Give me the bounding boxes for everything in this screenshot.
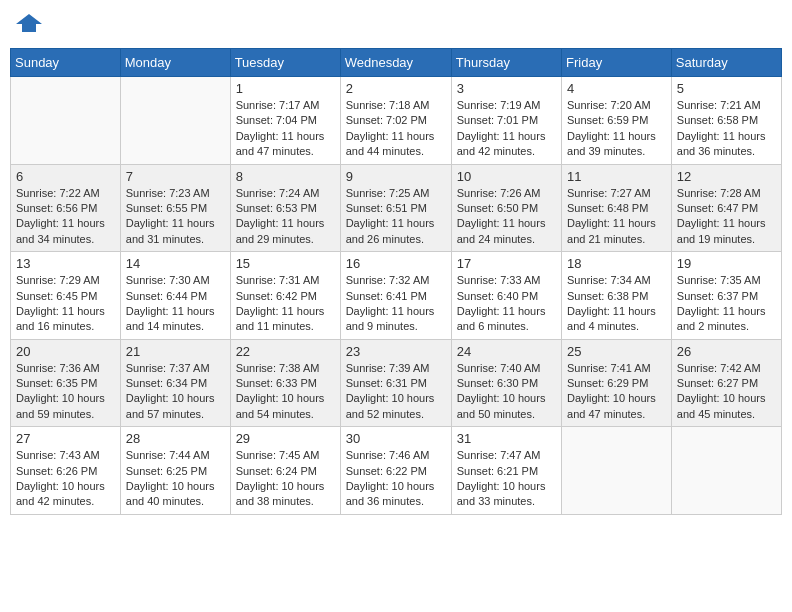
- calendar-cell: 27Sunrise: 7:43 AMSunset: 6:26 PMDayligh…: [11, 427, 121, 515]
- calendar-cell: 22Sunrise: 7:38 AMSunset: 6:33 PMDayligh…: [230, 339, 340, 427]
- sunrise-text: Sunrise: 7:28 AM: [677, 187, 761, 199]
- day-number: 21: [126, 344, 225, 359]
- calendar-cell: 16Sunrise: 7:32 AMSunset: 6:41 PMDayligh…: [340, 252, 451, 340]
- daylight-text: Daylight: 11 hours and 44 minutes.: [346, 130, 435, 157]
- calendar-table: SundayMondayTuesdayWednesdayThursdayFrid…: [10, 48, 782, 515]
- sunset-text: Sunset: 6:29 PM: [567, 377, 648, 389]
- day-number: 23: [346, 344, 446, 359]
- sunrise-text: Sunrise: 7:31 AM: [236, 274, 320, 286]
- weekday-header: Monday: [120, 49, 230, 77]
- sunset-text: Sunset: 6:45 PM: [16, 290, 97, 302]
- cell-info: Sunrise: 7:32 AMSunset: 6:41 PMDaylight:…: [346, 273, 446, 335]
- calendar-cell: 15Sunrise: 7:31 AMSunset: 6:42 PMDayligh…: [230, 252, 340, 340]
- calendar-week-row: 1Sunrise: 7:17 AMSunset: 7:04 PMDaylight…: [11, 77, 782, 165]
- day-number: 8: [236, 169, 335, 184]
- cell-info: Sunrise: 7:41 AMSunset: 6:29 PMDaylight:…: [567, 361, 666, 423]
- sunrise-text: Sunrise: 7:32 AM: [346, 274, 430, 286]
- sunrise-text: Sunrise: 7:27 AM: [567, 187, 651, 199]
- cell-info: Sunrise: 7:20 AMSunset: 6:59 PMDaylight:…: [567, 98, 666, 160]
- sunrise-text: Sunrise: 7:26 AM: [457, 187, 541, 199]
- sunset-text: Sunset: 6:30 PM: [457, 377, 538, 389]
- day-number: 6: [16, 169, 115, 184]
- sunrise-text: Sunrise: 7:40 AM: [457, 362, 541, 374]
- cell-info: Sunrise: 7:47 AMSunset: 6:21 PMDaylight:…: [457, 448, 556, 510]
- daylight-text: Daylight: 10 hours and 57 minutes.: [126, 392, 215, 419]
- calendar-week-row: 20Sunrise: 7:36 AMSunset: 6:35 PMDayligh…: [11, 339, 782, 427]
- logo-icon: [14, 10, 44, 40]
- daylight-text: Daylight: 10 hours and 33 minutes.: [457, 480, 546, 507]
- sunrise-text: Sunrise: 7:18 AM: [346, 99, 430, 111]
- sunrise-text: Sunrise: 7:36 AM: [16, 362, 100, 374]
- calendar-cell: 26Sunrise: 7:42 AMSunset: 6:27 PMDayligh…: [671, 339, 781, 427]
- sunset-text: Sunset: 6:34 PM: [126, 377, 207, 389]
- day-number: 5: [677, 81, 776, 96]
- calendar-cell: 17Sunrise: 7:33 AMSunset: 6:40 PMDayligh…: [451, 252, 561, 340]
- daylight-text: Daylight: 11 hours and 36 minutes.: [677, 130, 766, 157]
- calendar-cell: 7Sunrise: 7:23 AMSunset: 6:55 PMDaylight…: [120, 164, 230, 252]
- sunset-text: Sunset: 6:40 PM: [457, 290, 538, 302]
- sunrise-text: Sunrise: 7:25 AM: [346, 187, 430, 199]
- weekday-header: Wednesday: [340, 49, 451, 77]
- calendar-cell: 10Sunrise: 7:26 AMSunset: 6:50 PMDayligh…: [451, 164, 561, 252]
- sunset-text: Sunset: 6:37 PM: [677, 290, 758, 302]
- daylight-text: Daylight: 11 hours and 24 minutes.: [457, 217, 546, 244]
- sunrise-text: Sunrise: 7:21 AM: [677, 99, 761, 111]
- calendar-cell: 2Sunrise: 7:18 AMSunset: 7:02 PMDaylight…: [340, 77, 451, 165]
- cell-info: Sunrise: 7:21 AMSunset: 6:58 PMDaylight:…: [677, 98, 776, 160]
- day-number: 22: [236, 344, 335, 359]
- cell-info: Sunrise: 7:35 AMSunset: 6:37 PMDaylight:…: [677, 273, 776, 335]
- daylight-text: Daylight: 11 hours and 34 minutes.: [16, 217, 105, 244]
- sunrise-text: Sunrise: 7:37 AM: [126, 362, 210, 374]
- calendar-cell: 4Sunrise: 7:20 AMSunset: 6:59 PMDaylight…: [562, 77, 672, 165]
- sunset-text: Sunset: 6:47 PM: [677, 202, 758, 214]
- calendar-cell: 19Sunrise: 7:35 AMSunset: 6:37 PMDayligh…: [671, 252, 781, 340]
- calendar-cell: [671, 427, 781, 515]
- cell-info: Sunrise: 7:33 AMSunset: 6:40 PMDaylight:…: [457, 273, 556, 335]
- cell-info: Sunrise: 7:23 AMSunset: 6:55 PMDaylight:…: [126, 186, 225, 248]
- sunset-text: Sunset: 6:55 PM: [126, 202, 207, 214]
- weekday-header: Saturday: [671, 49, 781, 77]
- calendar-cell: 23Sunrise: 7:39 AMSunset: 6:31 PMDayligh…: [340, 339, 451, 427]
- sunset-text: Sunset: 6:59 PM: [567, 114, 648, 126]
- day-number: 16: [346, 256, 446, 271]
- cell-info: Sunrise: 7:36 AMSunset: 6:35 PMDaylight:…: [16, 361, 115, 423]
- cell-info: Sunrise: 7:31 AMSunset: 6:42 PMDaylight:…: [236, 273, 335, 335]
- cell-info: Sunrise: 7:17 AMSunset: 7:04 PMDaylight:…: [236, 98, 335, 160]
- day-number: 2: [346, 81, 446, 96]
- sunset-text: Sunset: 6:27 PM: [677, 377, 758, 389]
- calendar-cell: 9Sunrise: 7:25 AMSunset: 6:51 PMDaylight…: [340, 164, 451, 252]
- sunset-text: Sunset: 6:31 PM: [346, 377, 427, 389]
- sunrise-text: Sunrise: 7:41 AM: [567, 362, 651, 374]
- daylight-text: Daylight: 11 hours and 42 minutes.: [457, 130, 546, 157]
- daylight-text: Daylight: 11 hours and 2 minutes.: [677, 305, 766, 332]
- daylight-text: Daylight: 11 hours and 31 minutes.: [126, 217, 215, 244]
- day-number: 10: [457, 169, 556, 184]
- day-number: 26: [677, 344, 776, 359]
- daylight-text: Daylight: 11 hours and 14 minutes.: [126, 305, 215, 332]
- weekday-header: Sunday: [11, 49, 121, 77]
- sunrise-text: Sunrise: 7:42 AM: [677, 362, 761, 374]
- daylight-text: Daylight: 10 hours and 54 minutes.: [236, 392, 325, 419]
- sunrise-text: Sunrise: 7:44 AM: [126, 449, 210, 461]
- sunrise-text: Sunrise: 7:33 AM: [457, 274, 541, 286]
- day-number: 28: [126, 431, 225, 446]
- cell-info: Sunrise: 7:45 AMSunset: 6:24 PMDaylight:…: [236, 448, 335, 510]
- calendar-cell: 29Sunrise: 7:45 AMSunset: 6:24 PMDayligh…: [230, 427, 340, 515]
- daylight-text: Daylight: 10 hours and 59 minutes.: [16, 392, 105, 419]
- calendar-week-row: 27Sunrise: 7:43 AMSunset: 6:26 PMDayligh…: [11, 427, 782, 515]
- sunset-text: Sunset: 6:41 PM: [346, 290, 427, 302]
- cell-info: Sunrise: 7:19 AMSunset: 7:01 PMDaylight:…: [457, 98, 556, 160]
- calendar-cell: 24Sunrise: 7:40 AMSunset: 6:30 PMDayligh…: [451, 339, 561, 427]
- cell-info: Sunrise: 7:37 AMSunset: 6:34 PMDaylight:…: [126, 361, 225, 423]
- sunrise-text: Sunrise: 7:17 AM: [236, 99, 320, 111]
- page-header: [10, 10, 782, 40]
- day-number: 1: [236, 81, 335, 96]
- daylight-text: Daylight: 11 hours and 19 minutes.: [677, 217, 766, 244]
- sunrise-text: Sunrise: 7:22 AM: [16, 187, 100, 199]
- sunset-text: Sunset: 6:35 PM: [16, 377, 97, 389]
- daylight-text: Daylight: 10 hours and 40 minutes.: [126, 480, 215, 507]
- calendar-cell: 14Sunrise: 7:30 AMSunset: 6:44 PMDayligh…: [120, 252, 230, 340]
- day-number: 3: [457, 81, 556, 96]
- sunset-text: Sunset: 6:33 PM: [236, 377, 317, 389]
- daylight-text: Daylight: 10 hours and 50 minutes.: [457, 392, 546, 419]
